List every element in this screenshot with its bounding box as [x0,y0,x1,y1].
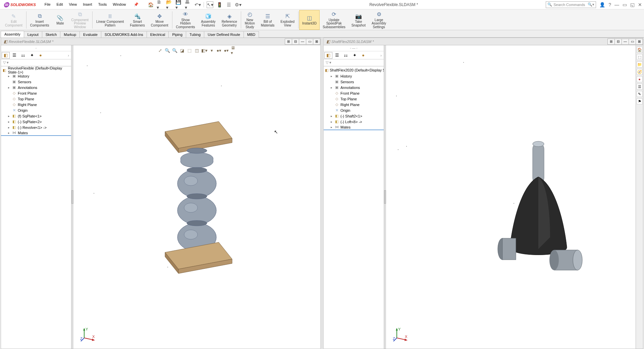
close-icon[interactable]: ✕ [638,2,642,7]
settings-icon[interactable]: ⚙▾ [235,1,241,8]
tree-item[interactable]: ⤬Origin [324,107,384,113]
ribbon-insert-button[interactable]: ⧉Insert Components [27,10,52,30]
menu-insert[interactable]: Insert [80,1,95,8]
expand-icon[interactable]: ▸ [330,114,333,118]
tree-item[interactable]: ▸⋈Mates [1,130,71,136]
expand-icon[interactable]: ▸ [7,74,10,78]
ribbon-motion-button[interactable]: ◴New Motion Study [242,10,258,30]
tree-item[interactable]: ⤬Origin [1,107,71,113]
tree-item[interactable]: ▸⋈Mates [324,124,384,130]
doc-restore-icon[interactable]: ▭ [306,39,313,45]
tp-home-icon[interactable]: 🏠 [637,47,643,53]
viewport2-icon[interactable]: ⊟ [614,39,622,45]
tree-item[interactable]: ▸◧(-) Revolve<1> -> [1,124,71,130]
tree-item[interactable]: ▸▣History [324,73,384,79]
tp-appearances-icon[interactable]: ☰ [637,84,643,90]
ribbon-tab-user-defined-route[interactable]: User Defined Route [204,31,244,38]
menu-file[interactable]: File [42,1,53,8]
ribbon-tab-piping[interactable]: Piping [168,31,186,38]
tree-root[interactable]: ◧ ShaftFlex2020 (Default<Display State-1… [324,67,384,73]
tree-item[interactable]: ◇Right Plane [1,102,71,107]
expand-icon[interactable]: ▸ [7,131,10,135]
new-icon[interactable]: 🗎▾ [157,1,163,8]
fmgr-tab-property-icon[interactable]: ☰ [10,52,18,59]
tree-item[interactable]: ▣Sensors [1,79,71,85]
ribbon-show-button[interactable]: 👁Show Hidden Components [173,10,198,30]
fmgr-tab-config-icon[interactable]: ⚏ [342,52,350,59]
tree-item[interactable]: ◇Front Plane [1,90,71,96]
view-settings-icon[interactable]: ●▾ [223,47,229,53]
tree-item[interactable]: ▸▣Annotations [324,85,384,90]
zoom-area-icon[interactable]: 🔍 [164,47,170,53]
tree-item[interactable]: ◇Front Plane [324,90,384,96]
fmgr-tab-property-icon[interactable]: ☰ [333,52,341,59]
tp-view-palette-icon[interactable]: ● [637,76,643,82]
edit-appear-icon[interactable]: ▾ [209,47,215,53]
view-settings2-icon[interactable]: 🖥▾ [231,47,237,53]
ribbon-bom-button[interactable]: ☰Bill of Materials [258,10,278,30]
ribbon-instant3d-button[interactable]: ◫Instant3D [299,10,320,30]
restore-icon[interactable]: ▭ [623,2,627,7]
fmgr-tab-display-icon[interactable]: ● [359,52,367,59]
ribbon-tab-tubing[interactable]: Tubing [186,31,204,38]
print-icon[interactable]: 🖶▾ [185,1,192,8]
tree-item[interactable]: ▸◧(f) SqPlate<1> [1,113,71,119]
ribbon-speedpak-button[interactable]: ⟳Update SpeedPak Subassemblies [320,10,348,30]
doc-tab[interactable]: ◧ ShaftFlex2020.SLDASM * [324,38,377,45]
fmgr-tab-config-icon[interactable]: ⚏ [19,52,27,59]
zoom-fit-icon[interactable]: ⤢ [157,47,163,53]
ribbon-tab-mbd[interactable]: MBD [244,31,259,38]
expand-icon[interactable]: ▸ [330,86,333,89]
expand-icon[interactable]: ▸ [330,120,333,123]
rebuild-icon[interactable]: 🚦 [216,1,223,8]
menu-view[interactable]: View [66,1,79,8]
expand-icon[interactable]: ▸ [330,126,333,129]
fmgr-tab-dim-icon[interactable]: ✦ [351,52,359,59]
doc-tab[interactable]: ◧ RevolveFlexible.SLDASM * [1,38,56,45]
expand-icon[interactable]: ▸ [7,126,10,129]
ribbon-tab-assembly[interactable]: Assembly [1,31,24,38]
tp-forum-icon[interactable]: ⚑ [637,98,643,104]
home-icon[interactable]: 🏠 [147,1,154,8]
viewport-3d[interactable]: ⤢ 🔍 🔍 ◪ ⬚ ◫ ◧▾ ▾ ●▾ ●▾ 🖥▾ [73,45,320,349]
prev-view-icon[interactable]: 🔍 [172,47,178,53]
options-icon[interactable]: ☰ [225,1,232,8]
doc-minimize-icon[interactable]: — [299,39,306,45]
apply-scene-icon[interactable]: ●▾ [216,47,222,53]
tree-item[interactable]: ◇Right Plane [324,102,384,107]
display-style-icon[interactable]: ◫ [194,47,200,53]
ribbon-assyfeat-button[interactable]: 🧊Assembly Features [198,10,218,30]
menu-tools[interactable]: Tools [96,1,110,8]
fmgr-expand-icon[interactable]: › [379,53,383,57]
tree-item[interactable]: ◇Top Plane [324,96,384,102]
menu-edit[interactable]: Edit [54,1,66,8]
tree-item[interactable]: ▸▣Annotations [1,85,71,90]
doc-close-icon[interactable]: ⊠ [636,39,643,45]
save-icon[interactable]: 💾▾ [175,1,182,8]
maximize-icon[interactable]: ◱ [630,2,635,7]
viewport1-icon[interactable]: ⊞ [285,39,292,45]
tp-file-explorer-icon[interactable]: 🧭 [637,69,643,75]
fmgr-tab-design-tree-icon[interactable]: ◧ [2,52,10,59]
help-icon[interactable]: ? [608,2,611,7]
ribbon-snapshot-button[interactable]: 📷Take Snapshot [348,10,369,30]
search-dropdown-icon[interactable]: 🔍▾ [588,2,594,7]
ribbon-mate-button[interactable]: 📎Mate [52,10,68,30]
ribbon-move-button[interactable]: ✥Move Component [148,10,171,30]
fmgr-expand-icon[interactable]: › [66,53,70,57]
fmgr-filter[interactable]: ▽ ▾ [1,59,71,66]
section-icon[interactable]: ◪ [179,47,185,53]
tree-item[interactable]: ▸◧(-) Loft<8> -> [324,119,384,124]
ribbon-tab-electrical[interactable]: Electrical [147,31,169,38]
viewport-3d[interactable]: YXZ 🏠 ⬚ 📁 🧭 ● ☰ ✎ ⚑ [386,45,643,349]
doc-splitter[interactable] [321,38,323,349]
command-search[interactable]: 🔍 Search Commands 🔍▾ [546,1,596,8]
tp-design-lib-icon[interactable]: 📁 [637,61,643,67]
doc-minimize-icon[interactable]: — [622,39,629,45]
view-orient-icon[interactable]: ⬚ [186,47,193,53]
ribbon-tab-markup[interactable]: Markup [60,31,80,38]
viewport1-icon[interactable]: ⊞ [607,39,615,45]
expand-icon[interactable]: ▸ [7,120,10,123]
minimize-icon[interactable]: — [614,2,619,7]
tree-item[interactable]: ▸◧(-) Shaft2<1> [324,113,384,119]
